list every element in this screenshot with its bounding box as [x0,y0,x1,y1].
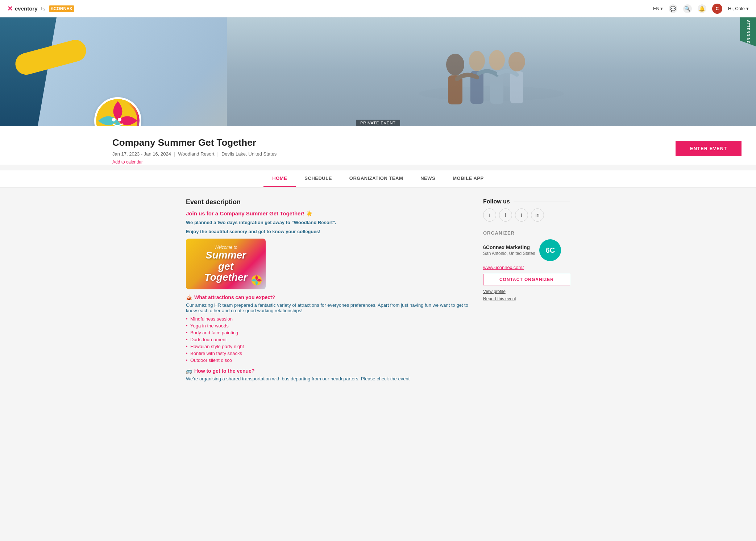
svg-point-3 [469,51,485,71]
tab-schedule[interactable]: SCHEDULE [296,170,341,187]
follow-title: Follow us [483,198,570,205]
logo-connex: 6CONNEX [49,5,74,12]
hero-section: ATTENDING PRIVATE EVENT [0,17,756,126]
content-left: Event description Join us for a Company … [186,198,469,381]
organizer-label: ORGANIZER [483,230,570,236]
event-logo-inner [96,99,140,126]
how-to-text: We're organising a shared transportation… [186,376,469,381]
organizer-location: San Antonio, United States [483,251,535,256]
view-profile-link[interactable]: View profile [483,289,570,294]
tab-home[interactable]: HOME [263,170,296,187]
add-to-calendar-link[interactable]: Add to calendar [112,160,143,165]
organizer-name: 6Connex Marketing [483,244,535,250]
facebook-icon[interactable]: f [499,208,512,222]
event-venue: Woodland Resort [178,151,214,157]
svg-point-11 [118,118,121,121]
private-badge: PRIVATE EVENT [356,120,400,126]
event-info-left: Company Summer Get Together Jan 17, 2023… [7,133,277,165]
tab-organization-team[interactable]: ORGANIZATION TEAM [341,170,412,187]
meta-separator-2: | [217,151,219,157]
hero-background: ATTENDING PRIVATE EVENT [0,17,756,126]
event-logo [94,97,141,126]
attractions-desc: Our amazing HR team prepared a fantastic… [186,302,469,313]
list-item: Darts tournament [186,337,469,342]
event-meta: Jan 17, 2023 - Jan 16, 2024 | Woodland R… [112,151,277,157]
list-item: Bonfire with tasty snacks [186,351,469,356]
brand-name: eventory [15,5,38,12]
organizer-website-link[interactable]: www.6connex.com/ [483,265,570,270]
tabs-bar: HOME SCHEDULE ORGANIZATION TEAM NEWS MOB… [0,170,756,187]
nav-right: EN ▾ 💬 🔍 🔔 C Hi, Cole ▾ [653,4,749,14]
list-item: Hawaiian style party night [186,344,469,349]
notification-icon[interactable]: 🔔 [698,4,706,13]
enter-event-button[interactable]: ENTER EVENT [676,141,742,156]
event-logo-svg [98,101,138,126]
list-item: Mindfulness session [186,316,469,322]
svg-point-5 [489,50,505,70]
hero-people-bg [227,17,756,126]
user-greeting[interactable]: Hi, Cole ▾ [728,6,749,11]
list-item: Body and face painting [186,330,469,335]
attractions-list: Mindfulness session Yoga in the woods Bo… [186,316,469,363]
tab-mobile-app[interactable]: MOBILE APP [444,170,492,187]
event-image: Welcome to Summer get Together [186,239,266,289]
language-selector[interactable]: EN ▾ [653,6,663,11]
organizer-logo: 6C [539,239,561,261]
chat-icon[interactable]: 💬 [669,4,677,13]
beach-ball-icon [251,275,262,286]
list-item: Yoga in the woods [186,323,469,329]
search-icon[interactable]: 🔍 [683,4,692,13]
event-description-title: Event description [186,198,469,206]
hero-decor-left [0,17,94,126]
report-event-link[interactable]: Report this event [483,296,570,301]
desc-text-1: We planned a two days integration get aw… [186,220,469,225]
tab-news[interactable]: NEWS [412,170,444,187]
how-to-title: 🚌 How to get to the venue? [186,368,469,374]
logo-by-text: by [41,7,46,11]
meta-separator-1: | [174,151,175,157]
content-right: Follow us i f t in ORGANIZER 6Connex Mar… [483,198,570,381]
list-item: Outdoor silent disco [186,358,469,363]
image-text: Welcome to Summer get Together [201,241,251,287]
logo-group: ✕ eventory by 6CONNEX [7,5,74,13]
svg-point-1 [446,54,464,75]
logo-x-icon: ✕ [7,5,13,13]
top-navigation: ✕ eventory by 6CONNEX EN ▾ 💬 🔍 🔔 C Hi, C… [0,0,756,17]
event-location: Devils Lake, United States [221,151,277,157]
follow-section: Follow us i f t in [483,198,570,222]
event-title: Company Summer Get Together [112,137,277,148]
organizer-section: ORGANIZER 6Connex Marketing San Antonio,… [483,230,570,301]
desc-text-2: Enjoy the beautiful scenery and get to k… [186,229,469,234]
social-icons-group: i f t in [483,208,570,222]
main-content: Event description Join us for a Company … [179,198,577,381]
twitter-icon[interactable]: t [515,208,528,222]
user-avatar[interactable]: C [712,4,722,14]
people-silhouette [401,21,582,123]
organizer-info: 6Connex Marketing San Antonio, United St… [483,239,570,261]
contact-organizer-button[interactable]: CONTACT ORGANIZER [483,274,570,285]
svg-point-10 [112,118,116,121]
attractions-title: 🎪 What attractions can you expect? [186,294,469,300]
instagram-icon[interactable]: i [483,208,496,222]
svg-point-7 [508,52,525,71]
desc-highlight: Join us for a Company Summer Get Togethe… [186,210,469,217]
event-date: Jan 17, 2023 - Jan 16, 2024 [112,151,171,157]
linkedin-icon[interactable]: in [531,208,544,222]
event-info-section: Company Summer Get Together Jan 17, 2023… [0,126,756,165]
